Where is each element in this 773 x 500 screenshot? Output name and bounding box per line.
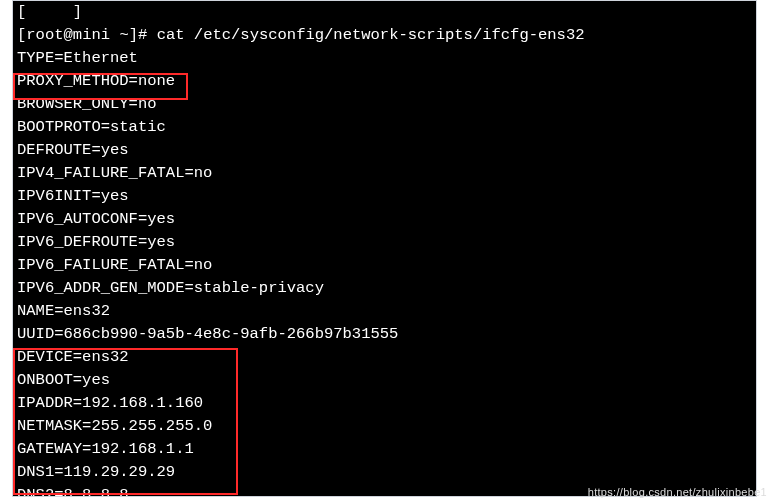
prompt-symbol: # [138, 26, 147, 44]
output-line: BOOTPROTO=static [17, 116, 756, 139]
output-line: IPV6_ADDR_GEN_MODE=stable-privacy [17, 277, 756, 300]
prompt-host: mini [73, 26, 110, 44]
output-line: DNS1=119.29.29.29 [17, 461, 756, 484]
terminal-window[interactable]: [ .] [root@mini ~]# cat /etc/sysconfig/n… [12, 0, 757, 497]
output-line: NAME=ens32 [17, 300, 756, 323]
watermark-text: https://blog.csdn.net/zhulixinbebe1 [588, 486, 767, 498]
prompt-user: root [26, 26, 63, 44]
output-line: PROXY_METHOD=none [17, 70, 756, 93]
output-line: IPADDR=192.168.1.160 [17, 392, 756, 415]
prompt-cwd: ~ [119, 26, 128, 44]
output-line: DEVICE=ens32 [17, 346, 756, 369]
output-line: BROWSER_ONLY=no [17, 93, 756, 116]
output-line: UUID=686cb990-9a5b-4e8c-9afb-266b97b3155… [17, 323, 756, 346]
output-line: GATEWAY=192.168.1.1 [17, 438, 756, 461]
command-text: cat /etc/sysconfig/network-scripts/ifcfg… [157, 26, 585, 44]
output-line: IPV6_AUTOCONF=yes [17, 208, 756, 231]
output-line: NETMASK=255.255.255.0 [17, 415, 756, 438]
prompt-line[interactable]: [root@mini ~]# cat /etc/sysconfig/networ… [17, 24, 756, 47]
output-line: IPV4_FAILURE_FATAL=no [17, 162, 756, 185]
output-line: DEFROUTE=yes [17, 139, 756, 162]
truncated-line: [ .] [17, 1, 756, 24]
output-line: ONBOOT=yes [17, 369, 756, 392]
output-line: IPV6_FAILURE_FATAL=no [17, 254, 756, 277]
output-line: TYPE=Ethernet [17, 47, 756, 70]
output-line: IPV6_DEFROUTE=yes [17, 231, 756, 254]
output-line: IPV6INIT=yes [17, 185, 756, 208]
